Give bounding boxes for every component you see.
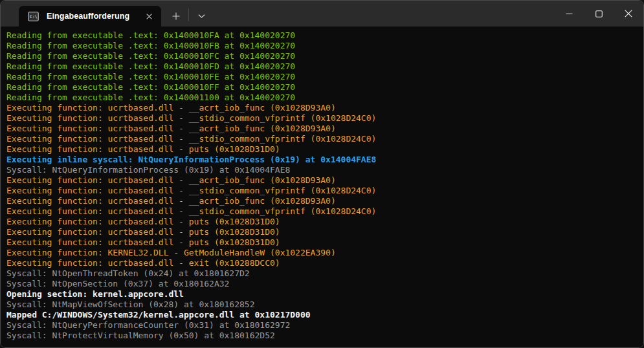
- terminal-line: Executing function: ucrtbased.dll - puts…: [6, 217, 638, 227]
- terminal-line: Reading from executable .text: 0x1400010…: [6, 30, 638, 41]
- terminal-line: Executing function: ucrtbased.dll - __ac…: [6, 175, 638, 186]
- tab-eingabeaufforderung[interactable]: C:\ Eingabeaufforderung: [19, 6, 161, 27]
- terminal-line: Executing inline syscall: NtQueryInforma…: [6, 155, 638, 165]
- terminal-line: Reading from executable .text: 0x1400010…: [6, 61, 638, 72]
- close-button[interactable]: [614, 1, 643, 27]
- terminal-line: Executing function: ucrtbased.dll - __st…: [6, 186, 638, 196]
- terminal-line: Executing function: ucrtbased.dll - __st…: [6, 134, 638, 144]
- maximize-button[interactable]: [584, 1, 614, 27]
- window-controls: [554, 1, 643, 27]
- tab-dropdown-button[interactable]: [190, 6, 212, 27]
- terminal-line: Syscall: NtMapViewOfSection (0x28) at 0x…: [6, 299, 638, 310]
- terminal-line: Reading from executable .text: 0x1400010…: [6, 41, 638, 51]
- maximize-icon: [595, 10, 603, 17]
- terminal-line: Mapped C:/WINDOWS/System32/kernel.appcor…: [6, 310, 638, 320]
- tab-title: Eingabeaufforderung: [47, 12, 142, 21]
- terminal-line: Syscall: NtQueryInformationProcess (0x19…: [6, 165, 638, 175]
- chevron-down-icon: [198, 14, 205, 18]
- minimize-icon: [566, 10, 573, 17]
- terminal-line: Executing function: ucrtbased.dll - puts…: [6, 227, 638, 237]
- terminal-line: Executing function: ucrtbased.dll - __st…: [6, 113, 638, 124]
- titlebar-divider: [188, 8, 189, 21]
- titlebar-drag-region[interactable]: [212, 1, 554, 27]
- close-icon: [625, 10, 632, 17]
- title-bar: C:\ Eingabeaufforderung: [1, 1, 643, 27]
- terminal-line: Syscall: NtOpenThreadToken (0x24) at 0x1…: [6, 268, 638, 279]
- tab-close-button[interactable]: [142, 9, 156, 23]
- terminal-line: Executing function: ucrtbased.dll - __ac…: [6, 103, 638, 113]
- terminal-line: Executing function: ucrtbased.dll - exit…: [6, 258, 638, 268]
- new-tab-button[interactable]: [165, 6, 187, 27]
- svg-text:C:\: C:\: [30, 14, 38, 19]
- terminal-line: Executing function: ucrtbased.dll - puts…: [6, 144, 638, 155]
- terminal-window: C:\ Eingabeaufforderung: [0, 0, 644, 348]
- terminal-line: Executing function: ucrtbased.dll - puts…: [6, 237, 638, 248]
- terminal-line: Reading from executable .text: 0x1400011…: [6, 92, 638, 103]
- terminal-line: Executing function: ucrtbased.dll - __st…: [6, 206, 638, 217]
- terminal-line: Reading from executable .text: 0x1400010…: [6, 82, 638, 92]
- terminal-line: Syscall: NtQueryPerformanceCounter (0x31…: [6, 320, 638, 331]
- terminal-line: Syscall: NtOpenSection (0x37) at 0x18016…: [6, 279, 638, 289]
- terminal-line: Reading from executable .text: 0x1400010…: [6, 72, 638, 82]
- terminal-line: Reading from executable .text: 0x1400010…: [6, 51, 638, 61]
- terminal-line: Opening section: kernel.appcore.dll: [6, 289, 638, 299]
- minimize-button[interactable]: [554, 1, 584, 27]
- cmd-icon: C:\: [28, 12, 39, 21]
- terminal-line: Executing function: KERNEL32.DLL - GetMo…: [6, 248, 638, 258]
- terminal-line: Executing function: ucrtbased.dll - __ac…: [6, 124, 638, 134]
- terminal-line: Executing function: ucrtbased.dll - __ac…: [6, 196, 638, 206]
- terminal-output[interactable]: Reading from executable .text: 0x1400010…: [1, 27, 643, 347]
- terminal-line: Syscall: NtProtectVirtualMemory (0x50) a…: [6, 331, 638, 341]
- close-icon: [146, 14, 152, 19]
- plus-icon: [172, 12, 180, 20]
